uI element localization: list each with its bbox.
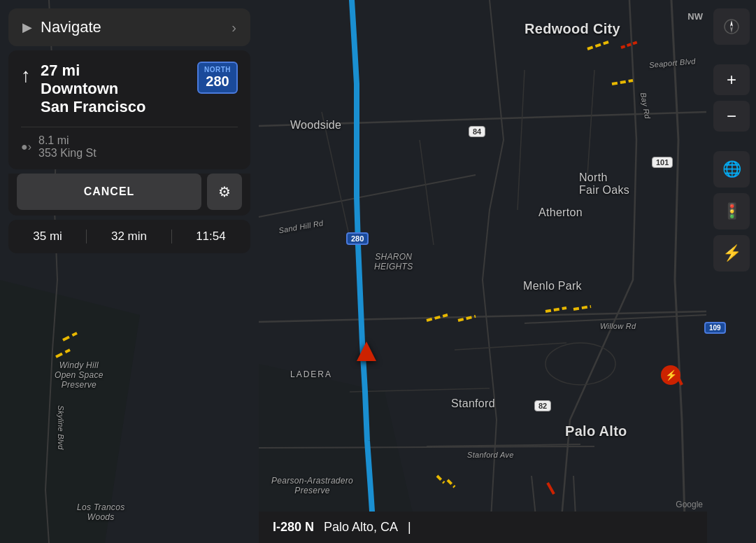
route-header-left: ↑ 27 mi DowntownSan Francisco: [21, 62, 145, 117]
route-distance: 27 mi: [41, 62, 145, 80]
highway-number-label: 280: [206, 73, 229, 90]
compass-button[interactable]: [713, 8, 750, 45]
route-info: 27 mi DowntownSan Francisco: [41, 62, 145, 117]
lightning-icon: ⚡: [722, 244, 741, 262]
settings-button[interactable]: ⚙: [207, 174, 242, 210]
navigate-bar-left: ▶ Navigate: [22, 18, 101, 36]
waypoint-row: ●› 8.1 mi 353 King St: [21, 127, 238, 169]
navigate-bar[interactable]: ▶ Navigate ›: [8, 8, 250, 46]
waypoint-pin-icon: ●›: [21, 141, 31, 153]
waypoint-distance: 8.1 mi: [38, 134, 97, 147]
highway-shield-82: 82: [534, 400, 551, 411]
bottom-location-label: Palo Alto, CA: [324, 520, 398, 535]
navigation-panel: ▶ Navigate › ↑ 27 mi DowntownSan Francis…: [0, 0, 259, 253]
destination-name: DowntownSan Francisco: [41, 80, 145, 117]
highway-shield-101: 101: [652, 157, 673, 168]
globe-button[interactable]: 🌐: [713, 151, 750, 188]
highway-badge: NORTH 280: [197, 62, 238, 94]
navigate-chevron-icon: ›: [231, 20, 236, 36]
google-watermark: Google: [676, 500, 703, 509]
waypoint-info: 8.1 mi 353 King St: [38, 134, 97, 160]
route-header: ↑ 27 mi DowntownSan Francisco NORTH 280: [21, 62, 238, 117]
traffic-light-icon: 🚦: [722, 202, 741, 220]
navigate-label: Navigate: [41, 18, 101, 36]
bottom-status-bar: I-280 N Palo Alto, CA |: [259, 512, 707, 543]
highway-shield-109: 109: [704, 322, 726, 334]
route-panel: ↑ 27 mi DowntownSan Francisco NORTH 280 …: [8, 50, 250, 169]
travel-time-stat: 32 min: [111, 230, 147, 244]
direction-up-arrow-icon: ↑: [21, 64, 31, 87]
stat-divider-1: [86, 230, 87, 244]
cancel-button[interactable]: CANCEL: [17, 174, 201, 210]
highway-shield-280: 280: [346, 232, 369, 245]
svg-marker-32: [730, 27, 733, 33]
total-distance-stat: 35 mi: [33, 230, 62, 244]
highway-shield-84: 84: [469, 126, 485, 137]
globe-icon: 🌐: [722, 160, 741, 178]
current-location-marker: [357, 341, 376, 361]
supercharger-pin[interactable]: ⚡: [661, 365, 680, 385]
stat-divider-2: [171, 230, 172, 244]
settings-gear-icon: ⚙: [218, 183, 231, 200]
stats-row: 35 mi 32 min 11:54: [8, 220, 250, 253]
compass-nw-label: NW: [687, 11, 703, 22]
traffic-light-button[interactable]: 🚦: [713, 193, 750, 230]
bottom-cursor-icon: |: [408, 520, 411, 535]
navigation-arrow-icon: ▶: [22, 20, 32, 35]
highway-direction-label: NORTH: [204, 66, 231, 73]
bottom-highway-label: I-280 N: [273, 520, 314, 535]
waypoint-address: 353 King St: [38, 147, 97, 160]
svg-marker-31: [730, 20, 733, 27]
zoom-in-button[interactable]: +: [713, 64, 750, 95]
zoom-out-button[interactable]: −: [713, 101, 750, 132]
lightning-button[interactable]: ⚡: [713, 235, 750, 272]
action-row: CANCEL ⚙: [8, 174, 250, 216]
arrival-time-stat: 11:54: [196, 230, 226, 244]
right-controls: + − 🌐 🚦 ⚡: [707, 0, 756, 543]
